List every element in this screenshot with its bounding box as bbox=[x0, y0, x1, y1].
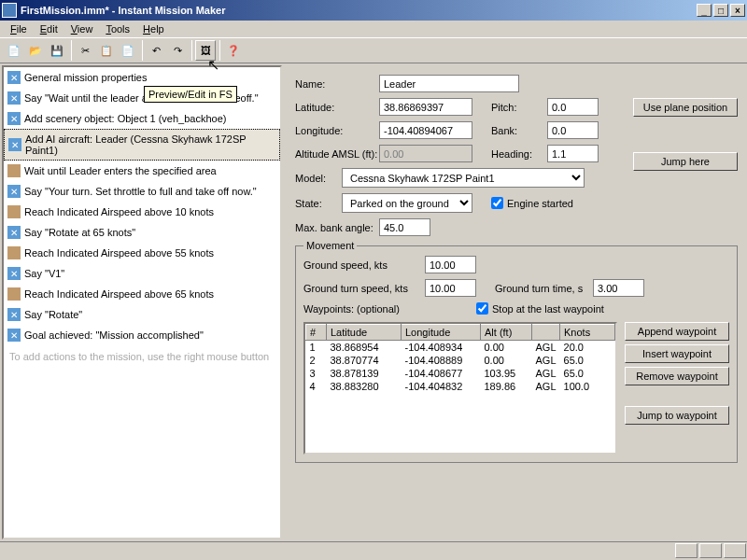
gts-field[interactable] bbox=[425, 279, 476, 297]
condition-icon bbox=[7, 205, 21, 218]
action-item[interactable]: ✕Goal achieved: "Mission accomplished" bbox=[4, 325, 280, 345]
action-item[interactable]: ✕Say "Your turn. Set throttle to full an… bbox=[4, 181, 280, 202]
lon-label: Longitude: bbox=[295, 125, 379, 136]
maximize-button[interactable]: □ bbox=[713, 4, 728, 17]
action-text: Reach Indicated Airspeed above 65 knots bbox=[24, 288, 214, 300]
jump-wp-button[interactable]: Jump to waypoint bbox=[625, 406, 729, 425]
action-icon: ✕ bbox=[7, 308, 21, 321]
action-text: Reach Indicated Airspeed above 10 knots bbox=[24, 206, 214, 217]
table-row[interactable]: 138.868954-104.4089340.00AGL20.0 bbox=[306, 341, 615, 355]
stop-label: Stop at the last waypoint bbox=[492, 303, 604, 315]
preview-icon[interactable]: 🖼 bbox=[195, 40, 216, 61]
heading-field[interactable] bbox=[547, 145, 599, 162]
app-icon bbox=[2, 3, 17, 18]
minimize-button[interactable]: _ bbox=[697, 4, 712, 17]
action-item[interactable]: Reach Indicated Airspeed above 10 knots bbox=[4, 202, 280, 222]
insert-wp-button[interactable]: Insert waypoint bbox=[625, 344, 729, 363]
engine-checkbox[interactable] bbox=[491, 197, 503, 209]
status-pane bbox=[724, 543, 746, 558]
gs-label: Ground speed, kts bbox=[303, 259, 425, 271]
status-pane bbox=[699, 543, 722, 558]
col-agl[interactable] bbox=[532, 325, 560, 341]
lon-field[interactable] bbox=[379, 121, 472, 139]
table-row[interactable]: 338.878139-104.408677103.95AGL65.0 bbox=[306, 367, 615, 380]
table-row[interactable]: 238.870774-104.4088890.00AGL65.0 bbox=[306, 354, 615, 367]
col-kts[interactable]: Knots bbox=[560, 325, 615, 341]
menu-edit[interactable]: Edit bbox=[34, 22, 64, 35]
menu-tools[interactable]: Tools bbox=[99, 22, 136, 35]
condition-icon bbox=[7, 287, 21, 301]
action-icon: ✕ bbox=[7, 329, 21, 342]
bank-label: Bank: bbox=[491, 125, 547, 136]
action-text: Add AI aircraft: Leader (Cessna Skyhawk … bbox=[25, 133, 275, 156]
waypoint-table[interactable]: # Latitude Longitude Alt (ft) Knots 138.… bbox=[303, 322, 617, 455]
action-text: Say "Rotate at 65 knots" bbox=[24, 227, 135, 238]
col-lat[interactable]: Latitude bbox=[327, 325, 402, 341]
movement-legend: Movement bbox=[303, 240, 357, 251]
action-item[interactable]: ✕Say "Wait until the leader aircraft sta… bbox=[4, 88, 280, 108]
action-item[interactable]: ✕Add AI aircraft: Leader (Cessna Skyhawk… bbox=[4, 129, 280, 161]
gtt-field[interactable] bbox=[593, 279, 644, 297]
action-item[interactable]: Reach Indicated Airspeed above 55 knots bbox=[4, 243, 280, 263]
col-lon[interactable]: Longitude bbox=[402, 325, 481, 341]
action-item[interactable]: ✕General mission properties bbox=[4, 67, 280, 88]
paste-icon[interactable]: 📄 bbox=[118, 40, 138, 61]
gs-field[interactable] bbox=[425, 256, 476, 273]
action-text: Wait until Leader enters the specified a… bbox=[24, 165, 217, 176]
condition-icon bbox=[7, 164, 21, 177]
col-num[interactable]: # bbox=[306, 325, 327, 341]
action-icon: ✕ bbox=[7, 91, 21, 105]
action-icon: ✕ bbox=[7, 226, 21, 239]
action-icon: ✕ bbox=[7, 185, 21, 198]
window-title: FirstMission.imm* - Instant Mission Make… bbox=[21, 5, 695, 16]
append-wp-button[interactable]: Append waypoint bbox=[625, 322, 729, 341]
help-icon[interactable]: ❓ bbox=[223, 40, 244, 61]
close-button[interactable]: × bbox=[730, 4, 745, 17]
alt-field bbox=[379, 145, 472, 162]
action-icon: ✕ bbox=[7, 112, 21, 125]
undo-icon[interactable]: ↶ bbox=[146, 40, 166, 61]
action-list[interactable]: Preview/Edit in FS ✕General mission prop… bbox=[2, 65, 282, 539]
action-text: Goal achieved: "Mission accomplished" bbox=[24, 329, 204, 341]
name-label: Name: bbox=[295, 78, 379, 90]
state-select[interactable]: Parked on the ground bbox=[342, 193, 472, 213]
maxbank-label: Max. bank angle: bbox=[295, 222, 379, 233]
action-text: General mission properties bbox=[24, 72, 147, 83]
action-icon: ✕ bbox=[7, 267, 21, 280]
hint-text: To add actions to the mission, use the r… bbox=[4, 345, 280, 368]
col-alt[interactable]: Alt (ft) bbox=[481, 325, 532, 341]
bank-field[interactable] bbox=[547, 121, 599, 139]
new-icon[interactable]: 📄 bbox=[4, 40, 24, 61]
action-item[interactable]: ✕Say "V1" bbox=[4, 263, 280, 284]
use-plane-button[interactable]: Use plane position bbox=[633, 98, 738, 117]
save-icon[interactable]: 💾 bbox=[47, 40, 67, 61]
maxbank-field[interactable] bbox=[379, 218, 430, 236]
action-text: Add scenery object: Object 1 (veh_backho… bbox=[24, 113, 226, 124]
copy-icon[interactable]: 📋 bbox=[96, 40, 117, 61]
table-row[interactable]: 438.883280-104.404832189.86AGL100.0 bbox=[306, 380, 615, 393]
action-item[interactable]: ✕Add scenery object: Object 1 (veh_backh… bbox=[4, 108, 280, 129]
condition-icon bbox=[7, 246, 21, 259]
menu-file[interactable]: File bbox=[4, 22, 34, 35]
properties-panel: Name: Use plane position Jump here Latit… bbox=[284, 63, 747, 541]
action-item[interactable]: Wait until Leader enters the specified a… bbox=[4, 161, 280, 181]
jump-here-button[interactable]: Jump here bbox=[633, 152, 738, 171]
name-field[interactable] bbox=[379, 75, 519, 92]
action-item[interactable]: ✕Say "Rotate at 65 knots" bbox=[4, 222, 280, 243]
redo-icon[interactable]: ↷ bbox=[167, 40, 188, 61]
action-item[interactable]: ✕Say "Rotate" bbox=[4, 304, 280, 325]
action-item[interactable]: Reach Indicated Airspeed above 65 knots bbox=[4, 284, 280, 304]
titlebar[interactable]: FirstMission.imm* - Instant Mission Make… bbox=[0, 0, 747, 21]
menu-help[interactable]: Help bbox=[136, 22, 171, 35]
pitch-field[interactable] bbox=[547, 98, 599, 116]
wp-label: Waypoints: (optional) bbox=[303, 303, 425, 315]
lat-label: Latitude: bbox=[295, 102, 379, 113]
menubar: File Edit View Tools Help bbox=[0, 21, 747, 37]
model-select[interactable]: Cessna Skyhawk 172SP Paint1 bbox=[342, 168, 585, 188]
lat-field[interactable] bbox=[379, 98, 472, 116]
menu-view[interactable]: View bbox=[64, 22, 100, 35]
remove-wp-button[interactable]: Remove waypoint bbox=[625, 367, 729, 385]
open-icon[interactable]: 📂 bbox=[25, 40, 46, 61]
cut-icon[interactable]: ✂ bbox=[75, 40, 95, 61]
stop-checkbox[interactable] bbox=[476, 302, 488, 315]
